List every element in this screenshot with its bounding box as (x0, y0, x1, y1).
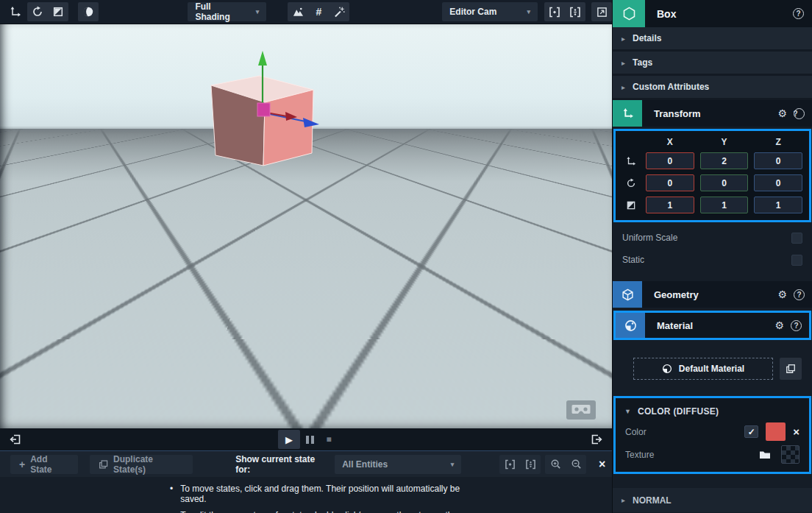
rotate-icon (32, 6, 43, 18)
texture-thumbnail[interactable] (781, 445, 799, 464)
entities-dropdown-value: All Entities (342, 459, 388, 470)
zoom-in-button[interactable] (545, 455, 566, 474)
translate-icon (10, 6, 21, 18)
scale-tool-button[interactable] (48, 2, 68, 21)
section-tags[interactable]: ▸ Tags (613, 52, 812, 76)
color-enabled-checkbox[interactable]: ✓ (744, 425, 758, 438)
rotation-x-field[interactable]: 0 (646, 174, 694, 191)
camera-dropdown[interactable]: Editor Cam ▾ (442, 2, 538, 21)
rotation-z-field[interactable]: 0 (754, 174, 802, 191)
stop-icon: ■ (326, 434, 331, 445)
scale-z-field[interactable]: 1 (754, 197, 802, 213)
world-space-toggle-button[interactable] (78, 2, 99, 21)
entity-icon-tile (613, 0, 645, 27)
duplicate-material-button[interactable] (780, 358, 802, 380)
section-custom-attributes[interactable]: ▸ Custom Attributes (613, 76, 812, 100)
custom-attributes-label: Custom Attributes (633, 82, 709, 92)
translate-tool-button[interactable] (6, 2, 24, 21)
position-z-field[interactable]: 0 (754, 152, 802, 169)
texture-row: Texture (616, 443, 809, 466)
tri-right-icon: ▸ (622, 496, 625, 504)
frame-all-states-button[interactable] (520, 455, 541, 474)
bracket-dots-icon (525, 459, 536, 470)
transform-grid: X Y Z 0 2 0 0 0 0 1 1 (613, 129, 811, 222)
vr-view-button[interactable] (566, 400, 596, 420)
rotation-y-field[interactable]: 0 (700, 174, 749, 191)
copy-icon (99, 459, 108, 470)
column-y-label: Y (700, 137, 749, 147)
help-icon[interactable]: ? (794, 289, 805, 300)
geometry-section-header[interactable]: Geometry ⚙ ? (613, 281, 812, 308)
pause-button[interactable] (300, 430, 319, 449)
grid-hash-icon: # (316, 7, 321, 17)
viewport-column: Full Shading ▾ # Editor Cam ▾ (0, 0, 612, 513)
3d-viewport[interactable] (0, 24, 612, 428)
help-bullet-2: • To edit the parameters of a state, dou… (170, 510, 465, 513)
section-normal[interactable]: ▸ NORMAL (613, 488, 812, 512)
show-current-state-label: Show current state for: (235, 454, 327, 475)
axes-icon (622, 107, 634, 120)
fullscreen-button[interactable] (591, 2, 612, 21)
uniform-scale-row: Uniform Scale (613, 227, 812, 249)
rotate-tool-button[interactable] (27, 2, 48, 21)
default-material-slot[interactable]: Default Material (633, 358, 773, 380)
color-diffuse-header[interactable]: ▼ COLOR (DIFFUSE) (616, 402, 809, 420)
bracket-diamond-icon (505, 459, 516, 470)
tri-right-icon: ▸ (622, 83, 625, 91)
translate-icon (626, 156, 636, 166)
close-icon: × (599, 458, 605, 471)
transform-section-header[interactable]: Transform ⚙ ? (613, 100, 812, 127)
bracket-dots-icon (569, 7, 581, 18)
details-label: Details (633, 33, 661, 43)
help-icon[interactable]: ? (793, 8, 804, 19)
section-details[interactable]: ▸ Details (613, 27, 812, 52)
clear-color-button[interactable]: × (793, 425, 799, 438)
play-button[interactable]: ▶ (278, 430, 300, 449)
chevron-down-icon: ▾ (441, 461, 455, 468)
uniform-scale-checkbox[interactable] (791, 233, 802, 244)
position-x-field[interactable]: 0 (646, 152, 694, 169)
diffuse-color-swatch[interactable] (766, 422, 786, 441)
static-checkbox[interactable] (791, 255, 802, 266)
duplicate-states-button[interactable]: Duplicate State(s) (90, 455, 193, 474)
zoom-out-button[interactable] (566, 455, 586, 474)
frame-selected-state-button[interactable] (499, 455, 520, 474)
landscape-view-button[interactable] (288, 2, 308, 21)
scale-icon (626, 200, 636, 210)
collapse-left-button[interactable] (6, 430, 25, 449)
editor-settings-button[interactable] (329, 2, 349, 21)
fullscreen-icon (596, 7, 608, 18)
scale-y-field[interactable]: 1 (700, 197, 749, 213)
color-label: Color (625, 427, 744, 437)
scale-x-field[interactable]: 1 (646, 197, 694, 213)
check-icon: ✓ (748, 427, 755, 437)
gear-icon[interactable]: ⚙ (774, 319, 784, 331)
viewport-toolbar: Full Shading ▾ # Editor Cam ▾ (0, 0, 612, 24)
material-section-header[interactable]: Material ⚙ ? (616, 313, 809, 338)
gear-icon[interactable]: ⚙ (777, 107, 787, 119)
frame-all-button[interactable] (565, 2, 585, 21)
stop-button[interactable]: ■ (319, 430, 338, 449)
uniform-scale-label: Uniform Scale (622, 233, 677, 243)
position-row-icon (622, 156, 640, 166)
collapse-right-button[interactable] (587, 430, 606, 449)
fullscreen-group (591, 2, 612, 21)
help-icon[interactable]: ? (791, 320, 802, 331)
frame-selection-button[interactable] (544, 2, 565, 21)
help-icon[interactable]: ? (794, 108, 805, 119)
shading-dropdown[interactable]: Full Shading ▾ (188, 2, 266, 21)
color-diffuse-section: ▼ COLOR (DIFFUSE) Color ✓ × Texture (613, 396, 811, 474)
browse-texture-button[interactable] (759, 450, 771, 460)
default-material-label: Default Material (679, 364, 744, 374)
add-state-button[interactable]: + Add State (10, 455, 78, 474)
inspector-panel: Box ? ▸ Details ▸ Tags ▸ Custom Attribut… (612, 0, 812, 513)
gear-icon[interactable]: ⚙ (777, 289, 787, 300)
snap-grid-button[interactable]: # (308, 2, 329, 21)
material-icon-tile (616, 313, 645, 338)
entities-dropdown[interactable]: All Entities ▾ (335, 455, 461, 474)
camera-frame-group (544, 2, 585, 21)
texture-label: Texture (625, 450, 759, 460)
close-states-panel-button[interactable]: × (592, 455, 612, 474)
position-y-field[interactable]: 2 (700, 152, 749, 169)
pause-icon (311, 436, 314, 444)
